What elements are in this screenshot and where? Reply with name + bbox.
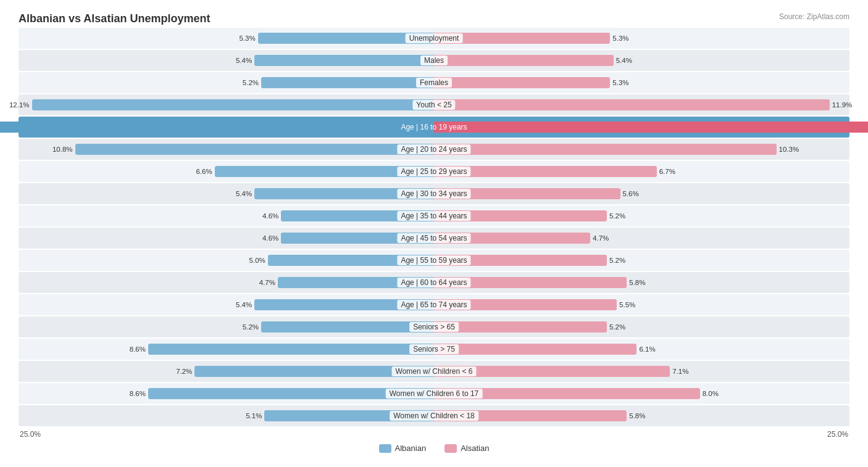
legend-alsatian-label: Alsatian <box>461 444 489 453</box>
bar-left <box>32 99 434 110</box>
value-left: 5.1% <box>246 412 262 419</box>
value-right: 5.2% <box>609 212 625 220</box>
value-left: 4.6% <box>262 212 278 220</box>
center-label: Age | 25 to 29 years <box>397 167 470 176</box>
center-label: Age | 20 to 24 years <box>397 144 470 154</box>
center-label: Females <box>416 78 452 88</box>
bar-right <box>434 144 777 155</box>
value-right: 6.7% <box>659 168 675 175</box>
chart-row: 8.6%8.0%Women w/ Children 6 to 17 <box>19 383 849 404</box>
center-label: Age | 65 to 74 years <box>397 300 470 310</box>
value-right: 6.1% <box>639 345 655 353</box>
value-left: 6.6% <box>196 168 212 175</box>
bar-left <box>261 77 434 88</box>
center-label: Age | 16 to 19 years <box>397 122 470 132</box>
bar-right <box>434 321 607 333</box>
chart-container: Albanian vs Alsatian Unemployment Source… <box>0 0 868 467</box>
value-right: 5.2% <box>609 323 625 331</box>
center-label: Youth < 25 <box>412 100 455 110</box>
center-label: Unemployment <box>406 33 463 43</box>
value-right: 10.3% <box>779 146 799 153</box>
legend: Albanian Alsatian <box>19 444 849 453</box>
chart-area: 5.3%5.3%Unemployment5.4%5.4%Males5.2%5.3… <box>19 28 849 426</box>
bar-right <box>434 344 636 355</box>
bar-left <box>148 344 434 355</box>
center-label: Males <box>420 56 448 65</box>
value-left: 4.6% <box>262 234 278 242</box>
bar-right <box>434 77 610 88</box>
center-label: Seniors > 65 <box>409 322 459 332</box>
axis-row: 25.0% 25.0% <box>19 430 849 439</box>
value-left: 5.4% <box>236 301 252 308</box>
value-left: 5.4% <box>236 57 252 64</box>
bar-left <box>254 55 434 66</box>
center-label: Women w/ Children < 6 <box>392 366 477 376</box>
value-right: 5.8% <box>629 279 645 286</box>
chart-row: 5.3%5.3%Unemployment <box>19 28 849 49</box>
chart-row: 5.2%5.3%Females <box>19 72 849 93</box>
center-label: Age | 30 to 34 years <box>397 189 470 199</box>
bar-left <box>261 321 434 333</box>
chart-row: 8.6%6.1%Seniors > 75 <box>19 339 849 360</box>
value-left: 10.8% <box>52 146 73 153</box>
center-label: Age | 45 to 54 years <box>397 233 470 243</box>
value-left: 5.2% <box>243 79 259 86</box>
legend-albanian-swatch <box>379 444 391 453</box>
center-label: Age | 35 to 44 years <box>397 211 470 221</box>
value-right: 5.6% <box>623 190 639 197</box>
value-left: 7.2% <box>176 368 192 375</box>
legend-alsatian-swatch <box>444 444 457 453</box>
bar-right <box>434 122 868 133</box>
chart-row: 4.7%5.8%Age | 60 to 64 years <box>19 272 849 293</box>
chart-row: 5.4%5.4%Males <box>19 50 849 71</box>
chart-row: 4.6%5.2%Age | 35 to 44 years <box>19 205 849 226</box>
chart-row: 12.1%11.9%Youth < 25 <box>19 94 849 115</box>
value-right: 5.3% <box>612 79 628 86</box>
value-right: 5.8% <box>629 412 645 419</box>
axis-right: 25.0% <box>827 430 848 439</box>
center-label: Women w/ Children < 18 <box>390 411 478 421</box>
value-left: 4.7% <box>259 279 275 286</box>
chart-row: 5.4%5.6%Age | 30 to 34 years <box>19 183 849 204</box>
value-left: 5.4% <box>236 190 252 197</box>
chart-row: 7.2%7.1%Women w/ Children < 6 <box>19 361 849 382</box>
bar-left <box>75 144 434 155</box>
value-right: 4.7% <box>593 234 609 242</box>
chart-row: 18.2%20.5%Age | 16 to 19 years <box>19 117 849 138</box>
value-right: 5.3% <box>612 35 628 42</box>
value-right: 8.0% <box>703 390 719 397</box>
legend-alsatian: Alsatian <box>444 444 489 453</box>
chart-row: 5.4%5.5%Age | 65 to 74 years <box>19 294 849 315</box>
value-left: 12.1% <box>9 101 30 109</box>
chart-source: Source: ZipAtlas.com <box>779 12 849 21</box>
center-label: Age | 55 to 59 years <box>397 255 470 265</box>
axis-left: 25.0% <box>20 430 41 439</box>
chart-row: 5.2%5.2%Seniors > 65 <box>19 316 849 337</box>
value-left: 5.2% <box>243 323 259 331</box>
value-right: 11.9% <box>832 101 853 109</box>
value-right: 5.5% <box>619 301 635 308</box>
chart-title: Albanian vs Alsatian Unemployment <box>19 12 210 25</box>
chart-row: 5.0%5.2%Age | 55 to 59 years <box>19 250 849 271</box>
value-left: 8.6% <box>130 390 146 397</box>
center-label: Women w/ Children 6 to 17 <box>386 389 483 399</box>
value-left: 8.6% <box>130 345 146 353</box>
bar-left <box>0 122 434 133</box>
chart-row: 6.6%6.7%Age | 25 to 29 years <box>19 161 849 182</box>
chart-row: 10.8%10.3%Age | 20 to 24 years <box>19 139 849 160</box>
legend-albanian-label: Albanian <box>395 444 427 453</box>
value-left: 5.0% <box>249 257 265 264</box>
bar-right <box>434 99 830 110</box>
bar-right <box>434 55 614 66</box>
center-label: Seniors > 75 <box>409 344 459 354</box>
legend-albanian: Albanian <box>379 444 427 453</box>
center-label: Age | 60 to 64 years <box>397 278 470 287</box>
chart-row: 4.6%4.7%Age | 45 to 54 years <box>19 228 849 249</box>
value-right: 5.4% <box>616 57 632 64</box>
chart-row: 5.1%5.8%Women w/ Children < 18 <box>19 405 849 426</box>
value-right: 5.2% <box>609 257 625 264</box>
value-left: 5.3% <box>239 35 255 42</box>
value-right: 7.1% <box>672 368 688 375</box>
